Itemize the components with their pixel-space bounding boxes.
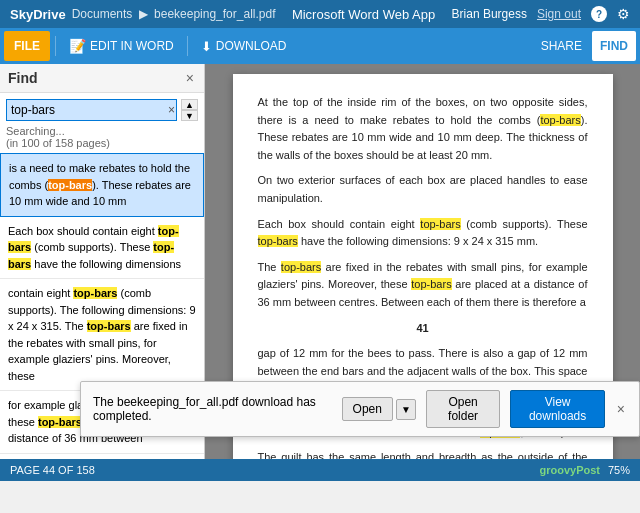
- download-close-button[interactable]: ×: [615, 401, 627, 417]
- page-info: PAGE 44 OF 158: [10, 464, 95, 476]
- searching-text: Searching...: [6, 125, 65, 137]
- doc-page-number: 41: [258, 320, 588, 338]
- find-search-input[interactable]: [6, 99, 177, 121]
- settings-icon[interactable]: ⚙: [617, 6, 630, 22]
- download-button[interactable]: ⬇ DOWNLOAD: [193, 31, 295, 61]
- breadcrumb-sep1: ▶: [139, 7, 148, 21]
- toolbar-divider-1: [55, 36, 56, 56]
- toolbar-divider-2: [187, 36, 188, 56]
- view-downloads-button[interactable]: View downloads: [510, 390, 604, 428]
- find-result-1[interactable]: Each box should contain eight top-bars (…: [0, 217, 204, 280]
- file-button[interactable]: FILE: [4, 31, 50, 61]
- top-bar-right: Brian Burgess Sign out ? ⚙: [452, 6, 630, 22]
- edit-word-icon: 📝: [69, 38, 86, 54]
- breadcrumb-file[interactable]: beekeeping_for_all.pdf: [154, 7, 275, 21]
- find-input-row: × ▲ ▼: [0, 93, 204, 123]
- find-highlight-3: top-bars: [38, 416, 82, 428]
- open-dropdown-button[interactable]: ▼: [396, 399, 416, 420]
- breadcrumb: Documents ▶ beekeeping_for_all.pdf: [72, 7, 276, 21]
- doc-para-3: Each box should contain eight top-bars (…: [258, 216, 588, 251]
- doc-hl-5: top-bars: [411, 278, 451, 290]
- groovypost-brand: groovyPost: [539, 464, 600, 476]
- find-title: Find: [8, 70, 38, 86]
- find-result-0[interactable]: is a need to make rebates to hold the co…: [0, 153, 204, 217]
- find-result-2[interactable]: contain eight top-bars (comb supports). …: [0, 279, 204, 391]
- edit-in-word-button[interactable]: 📝 EDIT IN WORD: [61, 31, 182, 61]
- count-text: (in 100 of 158 pages): [6, 137, 110, 149]
- download-notification: The beekeeping_for_all.pdf download has …: [80, 381, 640, 437]
- view-downloads-label: View downloads: [521, 395, 593, 423]
- find-highlight-1b: top-bars: [8, 241, 174, 270]
- download-label: DOWNLOAD: [216, 39, 287, 53]
- download-message: The beekeeping_for_all.pdf download has …: [93, 395, 332, 423]
- find-header: Find ×: [0, 64, 204, 93]
- find-highlight-2b: top-bars: [87, 320, 131, 332]
- find-prev-button[interactable]: ▲: [181, 99, 198, 110]
- status-right: groovyPost 75%: [539, 464, 630, 476]
- find-result-4[interactable]: with a play of 10 mm. The roof contains …: [0, 454, 204, 460]
- doc-para-1: At the top of the inside rim of the boxe…: [258, 94, 588, 164]
- open-file-button[interactable]: Open: [342, 397, 393, 421]
- doc-para-2: On two exterior surfaces of each box are…: [258, 172, 588, 207]
- help-icon[interactable]: ?: [591, 6, 607, 22]
- main-area: Find × × ▲ ▼ Searching... (in 100 of 158…: [0, 64, 640, 459]
- skydrive-logo[interactable]: SkyDrive: [10, 7, 66, 22]
- find-tab[interactable]: FIND: [592, 31, 636, 61]
- main-toolbar: FILE 📝 EDIT IN WORD ⬇ DOWNLOAD SHARE FIN…: [0, 28, 640, 64]
- sign-out-link[interactable]: Sign out: [537, 7, 581, 21]
- doc-hl-2: top-bars: [420, 218, 460, 230]
- edit-in-word-label: EDIT IN WORD: [90, 39, 174, 53]
- download-icon: ⬇: [201, 39, 212, 54]
- open-folder-label: Open folder: [437, 395, 490, 423]
- find-arrows: ▲ ▼: [181, 99, 198, 121]
- doc-para-7: The quilt has the same length and breadt…: [258, 449, 588, 459]
- find-highlight-2: top-bars: [73, 287, 117, 299]
- breadcrumb-documents[interactable]: Documents: [72, 7, 133, 21]
- app-title: Microsoft Word Web App: [292, 7, 435, 22]
- open-label: Open: [353, 402, 382, 416]
- doc-hl-1: top-bars: [540, 114, 580, 126]
- doc-hl-3: top-bars: [258, 235, 298, 247]
- zoom-level: 75%: [608, 464, 630, 476]
- doc-para-4: The top-bars are fixed in the rebates wi…: [258, 259, 588, 312]
- find-input-wrap: ×: [6, 99, 177, 121]
- find-count: Searching... (in 100 of 158 pages): [0, 123, 204, 153]
- find-highlight-selected: top-bars: [48, 179, 92, 191]
- find-clear-button[interactable]: ×: [168, 103, 175, 117]
- top-bar: SkyDrive Documents ▶ beekeeping_for_all.…: [0, 0, 640, 28]
- open-folder-button[interactable]: Open folder: [426, 390, 501, 428]
- user-name: Brian Burgess: [452, 7, 527, 21]
- find-close-button[interactable]: ×: [184, 70, 196, 86]
- top-bar-left: SkyDrive Documents ▶ beekeeping_for_all.…: [10, 7, 275, 22]
- find-next-button[interactable]: ▼: [181, 110, 198, 121]
- doc-hl-4: top-bars: [281, 261, 321, 273]
- status-bar: PAGE 44 OF 158 groovyPost 75%: [0, 459, 640, 481]
- share-tab[interactable]: SHARE: [533, 31, 590, 61]
